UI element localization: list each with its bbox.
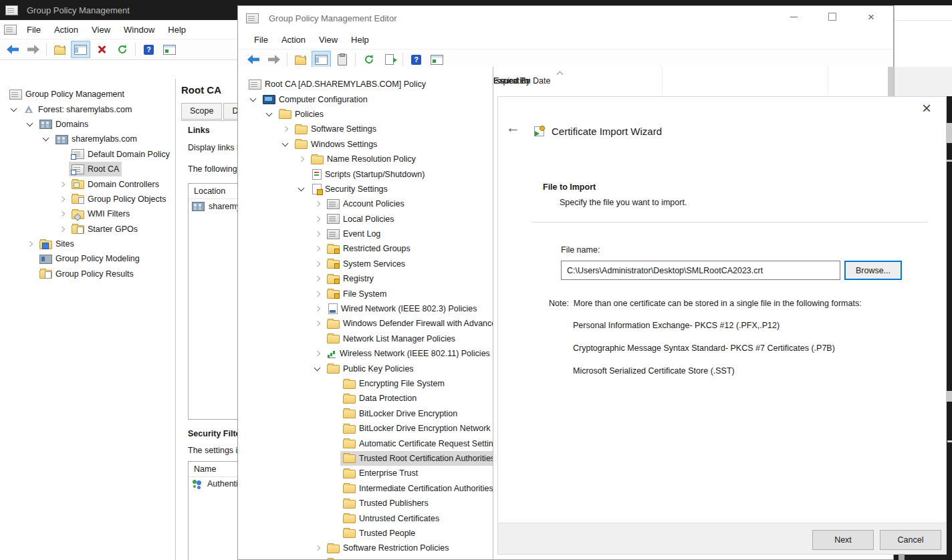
location-row[interactable]: sharemylabs.com — [189, 199, 239, 213]
expand-chevron-icon[interactable] — [310, 307, 324, 311]
tree-item-group-policy-objects[interactable]: Group Policy Objects — [0, 192, 175, 206]
tree-item-wired-network-ieee-802-3-policies[interactable]: Wired Network (IEEE 802.3) Policies — [238, 301, 493, 316]
expand-chevron-icon[interactable] — [278, 127, 292, 131]
expand-chevron-icon[interactable] — [310, 352, 324, 356]
tree-item-group-policy-results[interactable]: Group Policy Results — [0, 267, 175, 281]
tree-item-forest-sharemylabs-com[interactable]: Forest: sharemylabs.com — [0, 102, 175, 116]
expand-chevron-icon[interactable] — [310, 217, 324, 221]
tree-item-group-policy-modeling[interactable]: Group Policy Modeling — [0, 251, 175, 266]
expand-chevron-icon[interactable] — [310, 277, 324, 281]
gpme-results-scrollbar[interactable] — [888, 67, 894, 98]
tree-item-data-protection[interactable]: Data Protection — [238, 391, 493, 406]
tree-item-sharemylabs-com[interactable]: sharemylabs.com — [0, 132, 175, 146]
tree-item-root-ca-ad-sharemylabs-com-policy[interactable]: Root CA [AD.SHAREMYLABS.COM] Policy — [238, 77, 493, 92]
cancel-button[interactable]: Cancel — [880, 530, 941, 550]
export-list-button[interactable] — [380, 51, 399, 68]
expand-chevron-icon[interactable] — [310, 232, 324, 236]
menu-item-window[interactable]: Window — [117, 22, 161, 37]
back-button[interactable] — [243, 51, 263, 68]
browse-button[interactable]: Browse... — [844, 261, 902, 280]
tree-item-file-system[interactable]: File System — [238, 286, 493, 301]
forward-button[interactable] — [23, 41, 43, 58]
tree-item-trusted-publishers[interactable]: Trusted Publishers — [238, 496, 493, 511]
help-button[interactable]: ? — [406, 51, 426, 68]
tree-item-registry[interactable]: Registry — [238, 271, 493, 286]
bottom-scrollbar-thumb[interactable] — [899, 554, 905, 560]
tree-item-name-resolution-policy[interactable]: Name Resolution Policy — [238, 152, 493, 166]
menu-item-view[interactable]: View — [312, 32, 344, 47]
edge-scrollbar-thumb[interactable] — [946, 391, 952, 402]
minimize-button[interactable] — [774, 6, 813, 27]
tree-item-default-domain-policy[interactable]: Default Domain Policy — [0, 147, 175, 162]
maximize-button[interactable] — [813, 6, 852, 27]
expand-chevron-icon[interactable] — [262, 111, 276, 118]
paste-button[interactable] — [332, 51, 352, 68]
tree-item-enterprise-trust[interactable]: Enterprise Trust — [238, 466, 493, 480]
tree-item-local-policies[interactable]: Local Policies — [238, 212, 493, 227]
tree-item-intermediate-certification-authorities[interactable]: Intermediate Certification Authorities — [238, 481, 493, 496]
tree-item-untrusted-certificates[interactable]: Untrusted Certificates — [238, 511, 493, 525]
expand-chevron-icon[interactable] — [310, 546, 324, 550]
refresh-button[interactable] — [359, 51, 378, 68]
tree-item-system-services[interactable]: System Services — [238, 257, 493, 271]
tab-scope[interactable]: Scope — [181, 103, 222, 120]
tree-item-bitlocker-drive-encryption-network-unloc[interactable]: BitLocker Drive Encryption Network Unloc… — [238, 421, 493, 436]
show-console-tree-button[interactable] — [71, 41, 90, 58]
tree-item-group-policy-management[interactable]: Group Policy Management — [0, 87, 175, 102]
tree-item-wmi-filters[interactable]: WMI Filters — [0, 206, 175, 221]
tree-item-trusted-people[interactable]: Trusted People — [238, 526, 493, 541]
new-window-button[interactable] — [427, 51, 447, 68]
tree-item-bitlocker-drive-encryption[interactable]: BitLocker Drive Encryption — [238, 406, 493, 421]
column-separator[interactable] — [662, 67, 663, 95]
tree-item-windows-settings[interactable]: Windows Settings — [238, 137, 493, 152]
wizard-close-button[interactable]: × — [917, 98, 937, 118]
expand-chevron-icon[interactable] — [278, 141, 292, 148]
edge-scrollbar-thumb[interactable] — [946, 123, 952, 143]
tree-item-policies[interactable]: Policies — [238, 107, 493, 122]
expand-chevron-icon[interactable] — [246, 96, 260, 103]
tree-item-automatic-certificate-request-settings[interactable]: Automatic Certificate Request Settings — [238, 436, 493, 450]
authenticated-users-row[interactable]: Authenticated Users — [189, 477, 239, 491]
expand-chevron-icon[interactable] — [55, 197, 69, 201]
expand-chevron-icon[interactable] — [55, 227, 69, 231]
refresh-button[interactable] — [112, 41, 132, 58]
menu-item-help[interactable]: Help — [161, 22, 193, 37]
show-console-tree-button[interactable] — [312, 51, 331, 68]
expand-chevron-icon[interactable] — [310, 262, 324, 266]
expand-chevron-icon[interactable] — [310, 292, 324, 296]
tab-details[interactable]: Details — [223, 103, 239, 120]
tree-item-windows-defender-firewall-with-advanced-[interactable]: Windows Defender Firewall with Advanced … — [238, 316, 493, 331]
expand-chevron-icon[interactable] — [7, 106, 21, 113]
tree-item-application-control-policies[interactable]: Application Control Policies — [238, 556, 493, 560]
back-button[interactable] — [3, 41, 22, 58]
column-header-expiration-date[interactable]: Expiration Date — [493, 76, 550, 86]
tree-item-wireless-network-ieee-802-11-policies[interactable]: Wireless Network (IEEE 802.11) Policies — [238, 346, 493, 361]
tree-item-event-log[interactable]: Event Log — [238, 227, 493, 241]
file-name-input[interactable]: C:\Users\Administrator\Desktop\SMLRootCA… — [561, 261, 840, 280]
menu-item-action[interactable]: Action — [275, 32, 312, 47]
tree-item-restricted-groups[interactable]: Restricted Groups — [238, 241, 493, 256]
tree-item-account-policies[interactable]: Account Policies — [238, 196, 493, 211]
expand-chevron-icon[interactable] — [23, 242, 37, 246]
delete-button[interactable] — [92, 41, 111, 58]
location-column-header[interactable]: Location — [189, 184, 239, 199]
tree-item-sites[interactable]: Sites — [0, 237, 175, 251]
expand-chevron-icon[interactable] — [294, 186, 308, 192]
expand-chevron-icon[interactable] — [55, 212, 69, 216]
tree-item-starter-gpos[interactable]: Starter GPOs — [0, 222, 175, 237]
tree-item-scripts-startup-shutdown-[interactable]: Scripts (Startup/Shutdown) — [238, 166, 493, 181]
tree-item-trusted-root-certification-authorities[interactable]: Trusted Root Certification Authorities — [238, 451, 493, 466]
tree-item-domain-controllers[interactable]: Domain Controllers — [0, 176, 175, 191]
expand-chevron-icon[interactable] — [55, 182, 69, 186]
help-button[interactable]: ? — [139, 41, 158, 58]
expand-chevron-icon[interactable] — [310, 247, 324, 251]
expand-chevron-icon[interactable] — [39, 136, 53, 142]
menu-item-help[interactable]: Help — [344, 32, 376, 47]
tree-item-network-list-manager-policies[interactable]: Network List Manager Policies — [238, 331, 493, 346]
tree-item-software-settings[interactable]: Software Settings — [238, 122, 493, 136]
up-one-level-button[interactable] — [50, 41, 70, 58]
tree-item-domains[interactable]: Domains — [0, 117, 175, 132]
name-column-header[interactable]: Name — [189, 462, 239, 477]
forward-button[interactable] — [264, 51, 283, 68]
menu-item-file[interactable]: File — [247, 32, 275, 47]
